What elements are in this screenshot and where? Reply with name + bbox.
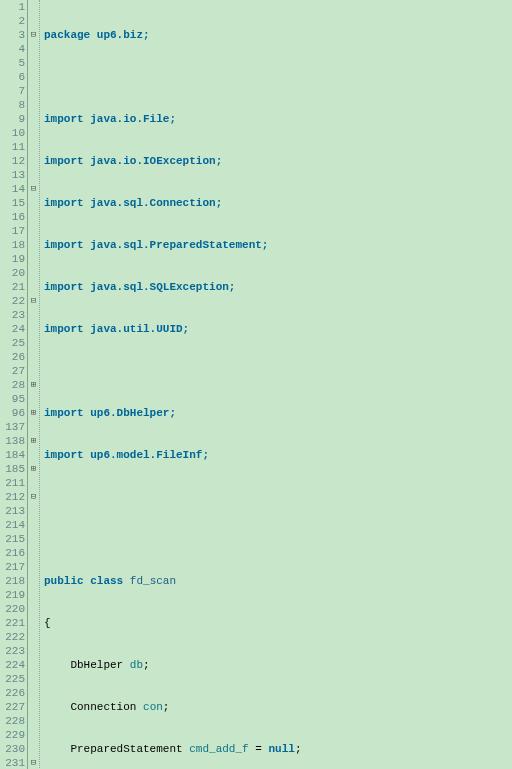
line-number: 229 xyxy=(0,728,25,742)
fold-toggle-icon xyxy=(28,56,39,70)
fold-toggle-icon xyxy=(28,364,39,378)
fold-toggle-icon xyxy=(28,686,39,700)
fold-toggle-icon xyxy=(28,420,39,434)
import: import java.io.IOException; xyxy=(44,155,222,167)
import: import java.sql.Connection; xyxy=(44,197,222,209)
fold-toggle-icon xyxy=(28,84,39,98)
line-number: 13 xyxy=(0,168,25,182)
fold-toggle-icon[interactable]: ⊞ xyxy=(28,462,39,476)
fold-toggle-icon xyxy=(28,140,39,154)
fold-toggle-icon xyxy=(28,518,39,532)
fold-toggle-icon xyxy=(28,714,39,728)
code-area[interactable]: package up6.biz; import java.io.File; im… xyxy=(40,0,512,769)
fold-toggle-icon xyxy=(28,532,39,546)
fold-toggle-icon xyxy=(28,350,39,364)
field: con xyxy=(143,701,163,713)
fold-toggle-icon xyxy=(28,42,39,56)
line-number: 95 xyxy=(0,392,25,406)
line-number: 9 xyxy=(0,112,25,126)
field: cmd_add_f xyxy=(189,743,248,755)
line-number: 20 xyxy=(0,266,25,280)
line-number: 228 xyxy=(0,714,25,728)
line-number: 17 xyxy=(0,224,25,238)
line-number: 226 xyxy=(0,686,25,700)
line-number: 225 xyxy=(0,672,25,686)
fold-toggle-icon xyxy=(28,476,39,490)
line-number: 7 xyxy=(0,84,25,98)
line-number: 184 xyxy=(0,448,25,462)
line-number: 214 xyxy=(0,518,25,532)
fold-toggle-icon[interactable]: ⊟ xyxy=(28,294,39,308)
fold-toggle-icon xyxy=(28,238,39,252)
fold-toggle-icon[interactable]: ⊞ xyxy=(28,406,39,420)
fold-toggle-icon xyxy=(28,266,39,280)
line-number: 19 xyxy=(0,252,25,266)
fold-toggle-icon xyxy=(28,224,39,238)
line-number: 213 xyxy=(0,504,25,518)
line-number: 218 xyxy=(0,574,25,588)
keyword: package up6.biz; xyxy=(44,29,150,41)
fold-toggle-icon xyxy=(28,560,39,574)
line-number: 23 xyxy=(0,308,25,322)
line-number-gutter: 1234567891011121314151617181920212223242… xyxy=(0,0,28,769)
line-number: 4 xyxy=(0,42,25,56)
line-number: 231 xyxy=(0,756,25,769)
line-number: 12 xyxy=(0,154,25,168)
line-number: 230 xyxy=(0,742,25,756)
import: import java.io.File; xyxy=(44,113,176,125)
fold-toggle-icon xyxy=(28,602,39,616)
fold-toggle-icon xyxy=(28,574,39,588)
import: import java.sql.PreparedStatement; xyxy=(44,239,268,251)
line-number: 26 xyxy=(0,350,25,364)
line-number: 2 xyxy=(0,14,25,28)
fold-toggle-icon xyxy=(28,658,39,672)
fold-gutter[interactable]: ⊟⊟⊟⊞⊞⊞⊞⊟⊟ xyxy=(28,0,40,769)
fold-toggle-icon xyxy=(28,728,39,742)
line-number: 138 xyxy=(0,434,25,448)
fold-toggle-icon[interactable]: ⊟ xyxy=(28,490,39,504)
line-number: 224 xyxy=(0,658,25,672)
fold-toggle-icon xyxy=(28,322,39,336)
fold-toggle-icon[interactable]: ⊟ xyxy=(28,756,39,769)
fold-toggle-icon xyxy=(28,196,39,210)
class-name: fd_scan xyxy=(130,575,176,587)
fold-toggle-icon xyxy=(28,112,39,126)
import: import up6.model.FileInf; xyxy=(44,449,209,461)
fold-toggle-icon xyxy=(28,14,39,28)
fold-toggle-icon xyxy=(28,742,39,756)
line-number: 217 xyxy=(0,560,25,574)
line-number: 227 xyxy=(0,700,25,714)
fold-toggle-icon xyxy=(28,588,39,602)
fold-toggle-icon[interactable]: ⊟ xyxy=(28,28,39,42)
fold-toggle-icon[interactable]: ⊞ xyxy=(28,378,39,392)
line-number: 10 xyxy=(0,126,25,140)
fold-toggle-icon xyxy=(28,154,39,168)
line-number: 137 xyxy=(0,420,25,434)
line-number: 221 xyxy=(0,616,25,630)
line-number: 1 xyxy=(0,0,25,14)
import: import java.util.UUID; xyxy=(44,323,189,335)
line-number: 21 xyxy=(0,280,25,294)
fold-toggle-icon[interactable]: ⊟ xyxy=(28,182,39,196)
line-number: 15 xyxy=(0,196,25,210)
line-number: 3 xyxy=(0,28,25,42)
import: import up6.DbHelper; xyxy=(44,407,176,419)
field: db xyxy=(130,659,143,671)
line-number: 6 xyxy=(0,70,25,84)
line-number: 215 xyxy=(0,532,25,546)
line-number: 219 xyxy=(0,588,25,602)
fold-toggle-icon[interactable]: ⊞ xyxy=(28,434,39,448)
fold-toggle-icon xyxy=(28,672,39,686)
line-number: 222 xyxy=(0,630,25,644)
fold-toggle-icon xyxy=(28,126,39,140)
line-number: 28 xyxy=(0,378,25,392)
fold-toggle-icon xyxy=(28,392,39,406)
line-number: 24 xyxy=(0,322,25,336)
fold-toggle-icon xyxy=(28,616,39,630)
fold-toggle-icon xyxy=(28,504,39,518)
fold-toggle-icon xyxy=(28,644,39,658)
line-number: 18 xyxy=(0,238,25,252)
line-number: 14 xyxy=(0,182,25,196)
import: import java.sql.SQLException; xyxy=(44,281,235,293)
fold-toggle-icon xyxy=(28,70,39,84)
